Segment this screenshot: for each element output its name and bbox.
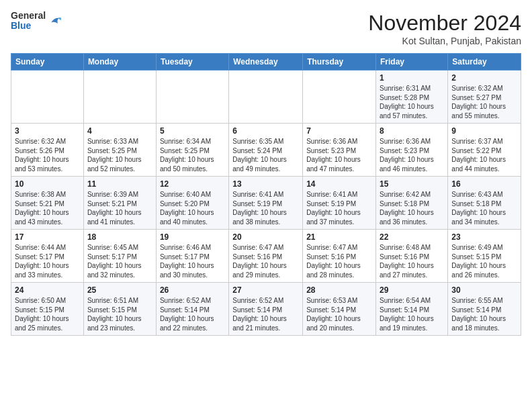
cell-day-number: 7 bbox=[306, 126, 372, 136]
cell-info-text: Sunrise: 6:44 AM Sunset: 5:17 PM Dayligh… bbox=[15, 243, 80, 279]
cell-info-text: Sunrise: 6:54 AM Sunset: 5:14 PM Dayligh… bbox=[380, 296, 444, 332]
calendar-header-sunday: Sunday bbox=[11, 54, 84, 71]
calendar-header-monday: Monday bbox=[83, 54, 156, 71]
cell-day-number: 1 bbox=[380, 73, 444, 83]
cell-info-text: Sunrise: 6:43 AM Sunset: 5:18 PM Dayligh… bbox=[451, 190, 517, 226]
calendar-cell: 6Sunrise: 6:35 AM Sunset: 5:24 PM Daylig… bbox=[229, 124, 303, 177]
cell-day-number: 8 bbox=[380, 126, 444, 136]
calendar-cell bbox=[83, 71, 156, 124]
calendar-cell: 11Sunrise: 6:39 AM Sunset: 5:21 PM Dayli… bbox=[83, 177, 156, 230]
calendar-cell: 10Sunrise: 6:38 AM Sunset: 5:21 PM Dayli… bbox=[11, 177, 84, 230]
cell-info-text: Sunrise: 6:51 AM Sunset: 5:15 PM Dayligh… bbox=[87, 296, 152, 332]
calendar-cell: 24Sunrise: 6:50 AM Sunset: 5:15 PM Dayli… bbox=[11, 283, 84, 336]
logo-general: General bbox=[11, 11, 46, 21]
cell-day-number: 11 bbox=[87, 179, 152, 189]
calendar-cell: 4Sunrise: 6:33 AM Sunset: 5:25 PM Daylig… bbox=[83, 124, 156, 177]
calendar-cell: 17Sunrise: 6:44 AM Sunset: 5:17 PM Dayli… bbox=[11, 230, 84, 283]
cell-day-number: 15 bbox=[380, 179, 444, 189]
cell-day-number: 17 bbox=[15, 232, 80, 242]
calendar-header-friday: Friday bbox=[376, 54, 448, 71]
calendar-cell: 25Sunrise: 6:51 AM Sunset: 5:15 PM Dayli… bbox=[83, 283, 156, 336]
calendar-cell: 18Sunrise: 6:45 AM Sunset: 5:17 PM Dayli… bbox=[83, 230, 156, 283]
cell-day-number: 5 bbox=[160, 126, 225, 136]
cell-info-text: Sunrise: 6:50 AM Sunset: 5:15 PM Dayligh… bbox=[15, 296, 80, 332]
calendar-header-thursday: Thursday bbox=[303, 54, 376, 71]
cell-day-number: 21 bbox=[306, 232, 372, 242]
cell-day-number: 13 bbox=[232, 179, 299, 189]
cell-info-text: Sunrise: 6:40 AM Sunset: 5:20 PM Dayligh… bbox=[160, 190, 225, 226]
cell-day-number: 24 bbox=[15, 285, 80, 295]
cell-day-number: 4 bbox=[87, 126, 152, 136]
cell-info-text: Sunrise: 6:47 AM Sunset: 5:16 PM Dayligh… bbox=[306, 243, 372, 279]
cell-info-text: Sunrise: 6:48 AM Sunset: 5:16 PM Dayligh… bbox=[380, 243, 444, 279]
logo-bird-icon bbox=[47, 13, 63, 29]
cell-day-number: 20 bbox=[232, 232, 299, 242]
cell-info-text: Sunrise: 6:36 AM Sunset: 5:23 PM Dayligh… bbox=[380, 137, 444, 173]
cell-day-number: 28 bbox=[306, 285, 372, 295]
cell-day-number: 3 bbox=[15, 126, 80, 136]
calendar-header-wednesday: Wednesday bbox=[229, 54, 303, 71]
cell-day-number: 27 bbox=[232, 285, 299, 295]
calendar-cell: 1Sunrise: 6:31 AM Sunset: 5:28 PM Daylig… bbox=[376, 71, 448, 124]
calendar-cell: 7Sunrise: 6:36 AM Sunset: 5:23 PM Daylig… bbox=[303, 124, 376, 177]
cell-info-text: Sunrise: 6:33 AM Sunset: 5:25 PM Dayligh… bbox=[87, 137, 152, 173]
calendar-cell: 13Sunrise: 6:41 AM Sunset: 5:19 PM Dayli… bbox=[229, 177, 303, 230]
calendar-cell: 27Sunrise: 6:52 AM Sunset: 5:14 PM Dayli… bbox=[229, 283, 303, 336]
calendar-cell: 12Sunrise: 6:40 AM Sunset: 5:20 PM Dayli… bbox=[156, 177, 228, 230]
calendar-cell: 23Sunrise: 6:49 AM Sunset: 5:15 PM Dayli… bbox=[448, 230, 521, 283]
cell-info-text: Sunrise: 6:34 AM Sunset: 5:25 PM Dayligh… bbox=[160, 137, 225, 173]
calendar-cell: 9Sunrise: 6:37 AM Sunset: 5:22 PM Daylig… bbox=[448, 124, 521, 177]
calendar-cell: 2Sunrise: 6:32 AM Sunset: 5:27 PM Daylig… bbox=[448, 71, 521, 124]
cell-info-text: Sunrise: 6:39 AM Sunset: 5:21 PM Dayligh… bbox=[87, 190, 152, 226]
header: General Blue November 2024 Kot Sultan, P… bbox=[11, 11, 521, 46]
calendar-cell: 5Sunrise: 6:34 AM Sunset: 5:25 PM Daylig… bbox=[156, 124, 228, 177]
cell-info-text: Sunrise: 6:42 AM Sunset: 5:18 PM Dayligh… bbox=[380, 190, 444, 226]
calendar-cell: 30Sunrise: 6:55 AM Sunset: 5:14 PM Dayli… bbox=[448, 283, 521, 336]
calendar-header-saturday: Saturday bbox=[448, 54, 521, 71]
calendar-table: SundayMondayTuesdayWednesdayThursdayFrid… bbox=[11, 53, 521, 336]
title-block: November 2024 Kot Sultan, Punjab, Pakist… bbox=[368, 11, 521, 46]
calendar-cell: 28Sunrise: 6:53 AM Sunset: 5:14 PM Dayli… bbox=[303, 283, 376, 336]
calendar-week-row: 24Sunrise: 6:50 AM Sunset: 5:15 PM Dayli… bbox=[11, 283, 521, 336]
cell-day-number: 14 bbox=[306, 179, 372, 189]
cell-day-number: 16 bbox=[451, 179, 517, 189]
calendar-cell: 15Sunrise: 6:42 AM Sunset: 5:18 PM Dayli… bbox=[376, 177, 448, 230]
logo-text: General Blue bbox=[11, 11, 46, 32]
cell-info-text: Sunrise: 6:32 AM Sunset: 5:26 PM Dayligh… bbox=[15, 137, 80, 173]
calendar-header-row: SundayMondayTuesdayWednesdayThursdayFrid… bbox=[11, 54, 521, 71]
calendar-cell bbox=[11, 71, 84, 124]
cell-day-number: 25 bbox=[87, 285, 152, 295]
cell-day-number: 2 bbox=[451, 73, 517, 83]
cell-info-text: Sunrise: 6:52 AM Sunset: 5:14 PM Dayligh… bbox=[232, 296, 299, 332]
page-title: November 2024 bbox=[368, 11, 521, 36]
cell-info-text: Sunrise: 6:36 AM Sunset: 5:23 PM Dayligh… bbox=[306, 137, 372, 173]
logo-blue: Blue bbox=[11, 21, 46, 31]
cell-info-text: Sunrise: 6:46 AM Sunset: 5:17 PM Dayligh… bbox=[160, 243, 225, 279]
cell-info-text: Sunrise: 6:32 AM Sunset: 5:27 PM Dayligh… bbox=[451, 84, 517, 120]
calendar-week-row: 1Sunrise: 6:31 AM Sunset: 5:28 PM Daylig… bbox=[11, 71, 521, 124]
cell-day-number: 19 bbox=[160, 232, 225, 242]
cell-day-number: 10 bbox=[15, 179, 80, 189]
calendar-cell: 21Sunrise: 6:47 AM Sunset: 5:16 PM Dayli… bbox=[303, 230, 376, 283]
page-subtitle: Kot Sultan, Punjab, Pakistan bbox=[368, 36, 521, 46]
cell-day-number: 30 bbox=[451, 285, 517, 295]
calendar-cell: 22Sunrise: 6:48 AM Sunset: 5:16 PM Dayli… bbox=[376, 230, 448, 283]
logo: General Blue bbox=[11, 11, 63, 32]
calendar-week-row: 17Sunrise: 6:44 AM Sunset: 5:17 PM Dayli… bbox=[11, 230, 521, 283]
cell-info-text: Sunrise: 6:53 AM Sunset: 5:14 PM Dayligh… bbox=[306, 296, 372, 332]
cell-info-text: Sunrise: 6:49 AM Sunset: 5:15 PM Dayligh… bbox=[451, 243, 517, 279]
calendar-cell: 14Sunrise: 6:41 AM Sunset: 5:19 PM Dayli… bbox=[303, 177, 376, 230]
cell-info-text: Sunrise: 6:45 AM Sunset: 5:17 PM Dayligh… bbox=[87, 243, 152, 279]
calendar-cell: 20Sunrise: 6:47 AM Sunset: 5:16 PM Dayli… bbox=[229, 230, 303, 283]
cell-info-text: Sunrise: 6:41 AM Sunset: 5:19 PM Dayligh… bbox=[232, 190, 299, 226]
calendar-cell: 19Sunrise: 6:46 AM Sunset: 5:17 PM Dayli… bbox=[156, 230, 228, 283]
cell-info-text: Sunrise: 6:55 AM Sunset: 5:14 PM Dayligh… bbox=[451, 296, 517, 332]
calendar-cell: 8Sunrise: 6:36 AM Sunset: 5:23 PM Daylig… bbox=[376, 124, 448, 177]
calendar-week-row: 10Sunrise: 6:38 AM Sunset: 5:21 PM Dayli… bbox=[11, 177, 521, 230]
cell-day-number: 26 bbox=[160, 285, 225, 295]
calendar-cell bbox=[229, 71, 303, 124]
calendar-cell bbox=[303, 71, 376, 124]
calendar-cell bbox=[156, 71, 228, 124]
cell-info-text: Sunrise: 6:52 AM Sunset: 5:14 PM Dayligh… bbox=[160, 296, 225, 332]
cell-day-number: 29 bbox=[380, 285, 444, 295]
